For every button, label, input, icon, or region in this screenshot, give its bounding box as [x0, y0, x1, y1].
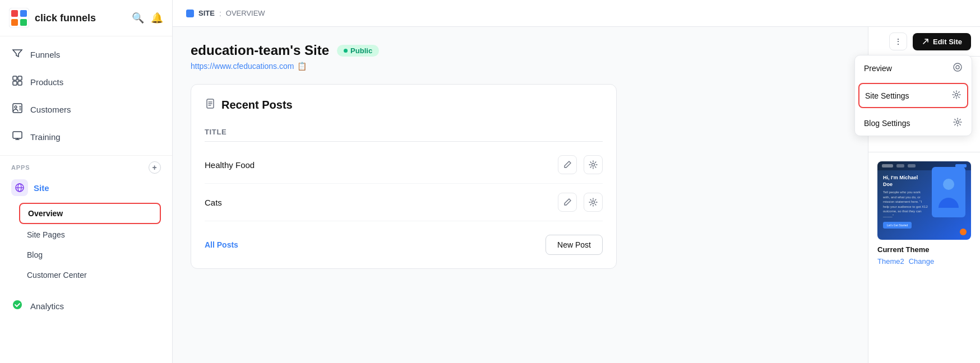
sidebar-header: click funnels 🔍 🔔: [0, 0, 172, 36]
sidebar-item-analytics[interactable]: Analytics: [0, 292, 172, 320]
posts-column-header: Title: [205, 128, 226, 136]
dropdown-item-site-settings[interactable]: Site Settings: [858, 83, 968, 108]
svg-point-20: [955, 94, 958, 96]
sidebar-item-label-customers: Customers: [30, 105, 71, 114]
sidebar-item-funnels[interactable]: Funnels: [0, 41, 172, 68]
posts-title: Recent Posts: [221, 99, 293, 111]
theme-change-link[interactable]: Change: [909, 257, 935, 266]
breadcrumb-site-icon: [186, 10, 194, 17]
site-globe-icon: [11, 179, 28, 196]
sidebar: click funnels 🔍 🔔 Funnels Products Custo…: [0, 0, 173, 363]
site-settings-label: Site Settings: [865, 91, 909, 100]
bell-icon[interactable]: 🔔: [151, 12, 163, 24]
content-area: education-team's Site Public https://www…: [173, 27, 980, 363]
site-url[interactable]: https://www.cfeducations.com 📋: [191, 62, 850, 71]
theme-orange-dot: [960, 229, 967, 235]
svg-rect-2: [20, 10, 27, 17]
subnav-customer-center[interactable]: Customer Center: [19, 266, 161, 285]
posts-card-header: Recent Posts: [205, 98, 603, 112]
blog-settings-icon: [953, 117, 963, 129]
svg-point-17: [592, 201, 595, 204]
table-row: Healthy Food: [205, 146, 603, 184]
post-actions-2: [558, 193, 603, 212]
site-settings-icon: [951, 90, 961, 101]
svg-rect-11: [13, 132, 22, 138]
add-app-button[interactable]: +: [149, 161, 161, 174]
post-settings-button-1[interactable]: [584, 155, 603, 174]
subnav-overview[interactable]: Overview: [19, 203, 161, 224]
sidebar-item-label-funnels: Funnels: [30, 50, 60, 59]
subnav-site-pages[interactable]: Site Pages: [19, 225, 161, 244]
breadcrumb-overview: OVERVIEW: [226, 9, 265, 17]
post-edit-button-1[interactable]: [558, 155, 577, 174]
svg-point-14: [13, 300, 22, 309]
sidebar-item-training[interactable]: Training: [0, 123, 172, 151]
posts-table-header: Title: [205, 122, 603, 142]
sidebar-item-label-products: Products: [30, 77, 63, 87]
svg-rect-3: [11, 19, 18, 26]
new-post-button[interactable]: New Post: [546, 235, 603, 255]
analytics-icon: [11, 299, 24, 313]
all-posts-link[interactable]: All Posts: [205, 240, 238, 249]
svg-point-19: [956, 66, 959, 69]
post-name-2: Cats: [205, 198, 558, 207]
svg-point-16: [592, 164, 595, 166]
logo-icon: [9, 8, 29, 28]
search-icon[interactable]: 🔍: [132, 12, 144, 24]
site-title-row: education-team's Site Public: [191, 43, 850, 58]
theme-section: Hi, I'm MichaelDoe Tell people who you w…: [868, 152, 980, 274]
analytics-label: Analytics: [30, 301, 64, 311]
products-icon: [11, 75, 24, 89]
main-panel: education-team's Site Public https://www…: [173, 27, 868, 363]
dropdown-item-blog-settings[interactable]: Blog Settings: [855, 110, 972, 136]
current-theme-label: Current Theme: [877, 245, 971, 254]
subnav-blog-label: Blog: [27, 250, 43, 259]
site-url-text: https://www.cfeducations.com: [191, 62, 294, 71]
svg-rect-7: [13, 81, 17, 85]
breadcrumb-separator: :: [219, 9, 221, 18]
funnels-icon: [11, 48, 24, 62]
sidebar-header-actions: 🔍 🔔: [132, 12, 163, 24]
sidebar-item-label-training: Training: [30, 132, 61, 142]
topbar: SITE : OVERVIEW: [173, 0, 980, 27]
subnav-customer-center-label: Customer Center: [27, 271, 87, 280]
svg-rect-5: [13, 76, 17, 80]
post-edit-button-2[interactable]: [558, 193, 577, 212]
preview-label: Preview: [864, 64, 892, 73]
right-panel: ⋮ Edit Site Preview Site Settings: [868, 27, 980, 363]
svg-rect-6: [18, 76, 22, 80]
customers-icon: [11, 103, 24, 117]
site-app-item[interactable]: Site: [11, 174, 161, 202]
right-panel-topbar: ⋮ Edit Site: [868, 27, 980, 57]
breadcrumb-site: SITE: [198, 9, 215, 17]
copy-icon: 📋: [297, 62, 307, 71]
dropdown-menu: Preview Site Settings Blog Settings: [854, 55, 972, 136]
doc-icon: [205, 98, 216, 112]
recent-posts-card: Recent Posts Title Healthy Food: [191, 84, 617, 269]
svg-point-21: [956, 121, 959, 124]
more-options-button[interactable]: ⋮: [889, 32, 907, 50]
theme-name: Theme2: [877, 257, 904, 266]
site-title: education-team's Site: [191, 43, 329, 58]
svg-point-18: [954, 63, 961, 71]
theme-preview: Hi, I'm MichaelDoe Tell people who you w…: [877, 161, 971, 240]
edit-site-button[interactable]: Edit Site: [913, 33, 971, 50]
sidebar-item-customers[interactable]: Customers: [0, 96, 172, 123]
site-app-label: Site: [34, 183, 49, 193]
main-area: SITE : OVERVIEW education-team's Site Pu…: [173, 0, 980, 363]
post-actions-1: [558, 155, 603, 174]
post-settings-button-2[interactable]: [584, 193, 603, 212]
apps-label: APPS +: [11, 161, 161, 174]
logo-text: click funnels: [35, 12, 96, 24]
subnav-site-pages-label: Site Pages: [27, 230, 65, 239]
public-badge: Public: [337, 45, 379, 57]
dropdown-item-preview[interactable]: Preview: [855, 55, 972, 81]
training-icon: [11, 130, 24, 144]
subnav-overview-label: Overview: [28, 209, 63, 218]
svg-rect-4: [20, 19, 27, 26]
sidebar-item-products[interactable]: Products: [0, 68, 172, 96]
more-dots-icon: ⋮: [894, 37, 902, 46]
post-name-1: Healthy Food: [205, 160, 558, 170]
subnav-blog[interactable]: Blog: [19, 245, 161, 264]
theme-info: Theme2 Change: [877, 257, 971, 266]
